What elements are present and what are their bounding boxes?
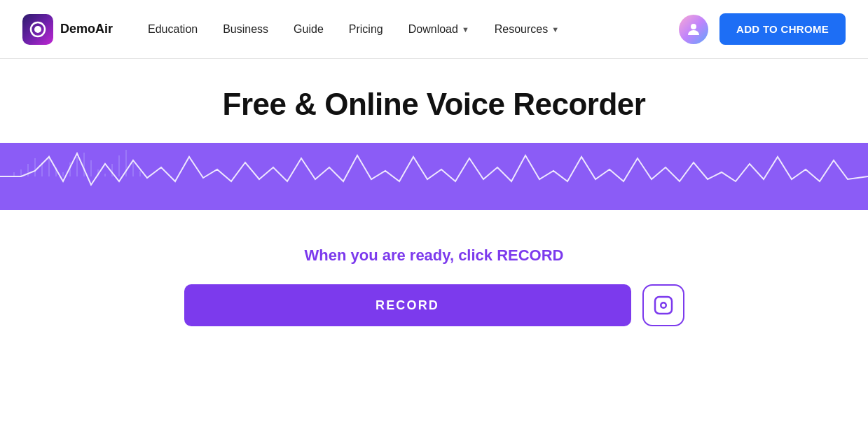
svg-rect-3 [0, 143, 868, 210]
record-gear-icon [652, 294, 675, 316]
nav-item-pricing[interactable]: Pricing [336, 0, 396, 59]
record-row: RECORD [184, 284, 684, 326]
hero-title: Free & Online Voice Recorder [223, 87, 646, 122]
nav-item-resources[interactable]: Resources ▼ [482, 0, 572, 59]
svg-point-25 [661, 304, 665, 307]
logo-icon [22, 14, 53, 45]
nav-item-download[interactable]: Download ▼ [396, 0, 482, 59]
ready-section: When you are ready, click RECORD [304, 246, 563, 265]
header-right: ADD TO CHROME [679, 13, 846, 45]
ready-text-highlight: RECORD [497, 246, 563, 264]
record-icon-button[interactable] [642, 284, 684, 326]
waveform-banner [0, 143, 868, 210]
avatar[interactable] [679, 15, 708, 44]
resources-chevron-icon: ▼ [551, 25, 559, 34]
svg-point-1 [34, 26, 41, 33]
logo-area[interactable]: DemoAir [22, 14, 113, 45]
nav-item-education[interactable]: Education [135, 0, 210, 59]
nav-item-guide[interactable]: Guide [281, 0, 336, 59]
ready-text: When you are ready, click RECORD [304, 246, 563, 265]
download-chevron-icon: ▼ [462, 25, 469, 34]
main-nav: Education Business Guide Pricing Downloa… [135, 0, 679, 59]
svg-point-2 [691, 24, 696, 29]
add-to-chrome-button[interactable]: ADD TO CHROME [719, 13, 846, 45]
nav-item-business[interactable]: Business [210, 0, 281, 59]
main-header: DemoAir Education Business Guide Pricing… [0, 0, 868, 59]
main-content: Free & Online Voice Recorder [0, 59, 868, 354]
logo-text: DemoAir [60, 22, 113, 36]
record-button[interactable]: RECORD [184, 284, 631, 326]
